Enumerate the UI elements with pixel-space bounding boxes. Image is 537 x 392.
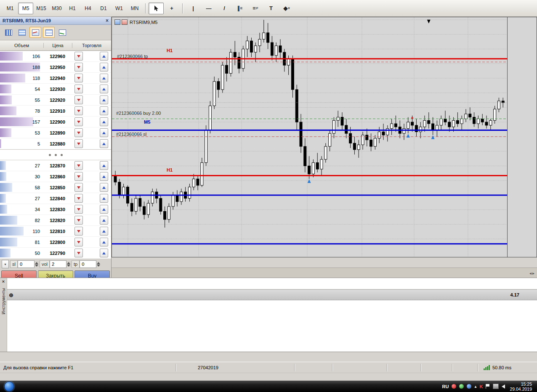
tray-green-icon[interactable] <box>459 384 464 389</box>
buy-at-price-button[interactable] <box>100 128 108 137</box>
buy-at-price-button[interactable] <box>100 85 108 93</box>
sell-at-price-button[interactable] <box>74 95 83 104</box>
buy-at-price-button[interactable] <box>100 238 108 246</box>
sell-at-price-button[interactable] <box>74 85 83 93</box>
buy-at-price-button[interactable] <box>100 52 108 61</box>
buy-at-price-button[interactable] <box>100 117 108 126</box>
dom-price[interactable]: 122890 <box>43 130 72 135</box>
dom-price[interactable]: 122830 <box>43 207 72 212</box>
sell-at-price-button[interactable] <box>74 117 83 126</box>
grid-view-icon[interactable] <box>43 27 55 38</box>
dom-price[interactable]: 122790 <box>43 251 72 256</box>
crosshair-tool-button[interactable]: + <box>164 3 179 14</box>
sell-at-price-button[interactable] <box>74 139 83 148</box>
action-center-flag-icon[interactable] <box>486 384 490 389</box>
antivirus-icon[interactable]: K <box>479 384 483 389</box>
tp-input[interactable]: 0 <box>80 260 96 268</box>
dom-price[interactable]: 122800 <box>43 240 72 245</box>
dom-price[interactable]: 122930 <box>43 87 72 92</box>
chart-plot[interactable]: RTSRIM9,M5 H1#212360066 tp#212360066 buy… <box>112 17 508 257</box>
sell-at-price-button[interactable] <box>74 227 83 236</box>
buy-at-price-button[interactable] <box>100 227 108 236</box>
timeframe-mn-button[interactable]: MN <box>127 3 142 14</box>
dom-price[interactable]: 122960 <box>43 54 72 59</box>
timeframe-m1-button[interactable]: M1 <box>3 3 18 14</box>
dom-price[interactable]: 122900 <box>43 119 72 124</box>
dom-price[interactable]: 122950 <box>43 65 72 70</box>
text-tool-button[interactable]: T <box>263 3 279 14</box>
tabs-scroll-left-icon[interactable]: ◂ <box>529 271 532 275</box>
sell-at-price-button[interactable] <box>74 216 83 225</box>
sell-at-price-button[interactable] <box>74 183 83 192</box>
buy-at-price-button[interactable] <box>100 139 108 148</box>
dom-price[interactable]: 122920 <box>43 98 72 103</box>
shapes-tool-button[interactable]: ◆▾ <box>279 3 294 14</box>
horizontal-line-tool-button[interactable]: — <box>201 3 216 14</box>
toolbox-vertical-tab[interactable]: Инструменты <box>1 288 6 314</box>
sell-at-price-button[interactable] <box>74 205 83 214</box>
fibonacci-tool-button[interactable]: ≡F <box>248 3 263 14</box>
tray-red-icon[interactable] <box>452 384 456 389</box>
close-icon[interactable]: × <box>106 18 109 24</box>
tabs-scroll-right-icon[interactable]: ▸ <box>532 271 534 275</box>
volume-icon[interactable] <box>502 384 505 389</box>
dom-price[interactable]: 122820 <box>43 218 72 223</box>
expand-icon[interactable]: ⊕ <box>9 292 13 298</box>
equidistant-channel-tool-button[interactable]: ∥E <box>232 3 247 14</box>
tray-blue-icon[interactable] <box>467 384 471 389</box>
buy-at-price-button[interactable] <box>100 74 108 82</box>
sell-at-price-button[interactable] <box>74 249 83 257</box>
dom-price[interactable]: 122940 <box>43 76 72 81</box>
sell-at-price-button[interactable] <box>74 194 83 203</box>
buy-at-price-button[interactable] <box>100 249 108 257</box>
start-button-icon[interactable] <box>4 381 14 392</box>
dom-price[interactable]: 122860 <box>43 174 72 179</box>
price-chart-icon[interactable] <box>29 27 41 38</box>
volume-input[interactable]: 2 <box>50 260 66 268</box>
buy-at-price-button[interactable] <box>100 95 108 104</box>
sell-at-price-button[interactable] <box>74 74 83 82</box>
close-icon[interactable]: × <box>2 278 5 284</box>
language-indicator[interactable]: RU <box>442 384 449 389</box>
vertical-line-tool-button[interactable]: | <box>186 3 201 14</box>
timeframe-m5-button[interactable]: M5 <box>18 3 33 14</box>
dom-price[interactable]: 122910 <box>43 109 72 114</box>
timeframe-w1-button[interactable]: W1 <box>112 3 127 14</box>
zigzag-icon[interactable] <box>56 27 68 38</box>
market-table-icon[interactable] <box>16 27 28 38</box>
timeframe-m15-button[interactable]: M15 <box>34 3 49 14</box>
dom-price[interactable]: 122840 <box>43 196 72 201</box>
sl-input[interactable]: 0 <box>18 260 35 268</box>
sell-at-price-button[interactable] <box>74 172 83 181</box>
timeframe-h1-button[interactable]: H1 <box>65 3 80 14</box>
sell-at-price-button[interactable] <box>74 106 83 115</box>
buy-at-price-button[interactable] <box>100 106 108 115</box>
sell-at-price-button[interactable] <box>74 52 83 61</box>
timeframe-m30-button[interactable]: M30 <box>49 3 64 14</box>
dom-price[interactable]: 122850 <box>43 185 72 190</box>
timeframe-h4-button[interactable]: H4 <box>80 3 96 14</box>
buy-at-price-button[interactable] <box>100 205 108 214</box>
sl-stepper[interactable] <box>35 262 38 267</box>
buy-at-price-button[interactable] <box>100 172 108 181</box>
network-icon[interactable] <box>493 384 499 389</box>
taskbar-clock[interactable]: 15:25 29.04.2019 <box>510 381 532 392</box>
sell-at-price-button[interactable] <box>74 128 83 137</box>
volume-stepper[interactable] <box>67 262 70 267</box>
hidden-icons-arrow[interactable]: ▴ <box>474 384 476 389</box>
buy-at-price-button[interactable] <box>100 216 108 225</box>
cursor-tool-button[interactable] <box>149 3 164 14</box>
dom-price[interactable]: 122880 <box>43 141 72 146</box>
bar-chart-icon[interactable] <box>3 27 14 38</box>
tp-stepper[interactable] <box>97 262 100 267</box>
timeframe-d1-button[interactable]: D1 <box>96 3 111 14</box>
order-type-dropdown[interactable]: ▾ <box>2 260 9 268</box>
trendline-tool-button[interactable]: / <box>217 3 232 14</box>
buy-at-price-button[interactable] <box>100 161 108 170</box>
dom-price[interactable]: 122870 <box>43 163 72 168</box>
dom-price[interactable]: 122810 <box>43 229 72 234</box>
buy-at-price-button[interactable] <box>100 63 108 72</box>
sell-at-price-button[interactable] <box>74 161 83 170</box>
sell-at-price-button[interactable] <box>74 238 83 246</box>
sell-at-price-button[interactable] <box>74 63 83 72</box>
